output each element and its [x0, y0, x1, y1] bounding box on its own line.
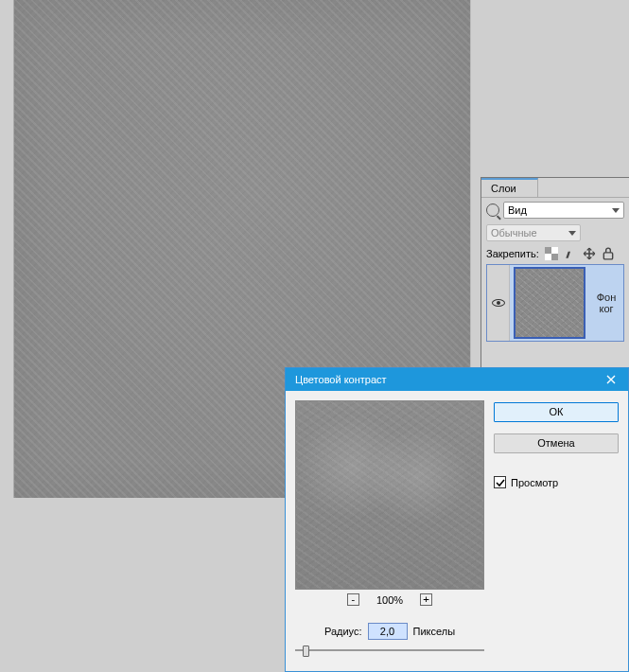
svg-rect-0 — [545, 247, 551, 254]
lock-label: Закрепить: — [486, 248, 539, 259]
dialog-titlebar[interactable]: Цветовой контраст — [286, 368, 628, 391]
blend-mode-select[interactable]: Обычные — [486, 224, 581, 241]
radius-input[interactable] — [368, 623, 408, 640]
cancel-button[interactable]: Отмена — [494, 433, 619, 453]
close-button[interactable] — [600, 370, 622, 389]
lock-transparency-icon[interactable] — [545, 247, 558, 260]
lock-pixels-icon[interactable] — [564, 247, 577, 260]
filter-type-value: Вид — [508, 204, 527, 216]
preview-checkbox[interactable] — [494, 476, 506, 488]
radius-unit: Пикселы — [413, 626, 456, 637]
filter-type-select[interactable]: Вид — [503, 202, 624, 219]
layer-row[interactable]: Фон ког — [486, 264, 624, 342]
blend-mode-value: Обычные — [491, 227, 537, 239]
filter-preview[interactable] — [295, 400, 484, 590]
chevron-down-icon — [568, 231, 576, 236]
chevron-down-icon — [612, 208, 620, 213]
layer-thumbnail[interactable] — [514, 267, 585, 339]
ok-button[interactable]: ОК — [494, 402, 619, 422]
layer-visibility-toggle[interactable] — [487, 265, 510, 341]
search-icon — [486, 203, 499, 217]
preview-checkbox-label: Просмотр — [511, 477, 558, 488]
layer-name[interactable]: Фон ког — [589, 292, 623, 314]
svg-rect-3 — [545, 254, 551, 260]
lock-row: Закрепить: — [486, 247, 624, 260]
radius-slider[interactable] — [295, 644, 484, 657]
dialog-title: Цветовой контраст — [295, 374, 387, 385]
slider-handle[interactable] — [303, 645, 309, 657]
radius-label: Радиус: — [324, 626, 362, 637]
high-pass-dialog: Цветовой контраст - 100% + Радиус: Пиксе… — [285, 367, 629, 672]
zoom-in-button[interactable]: + — [420, 593, 432, 606]
zoom-level: 100% — [376, 594, 403, 606]
zoom-out-button[interactable]: - — [347, 593, 359, 606]
eye-icon — [492, 299, 505, 307]
svg-rect-2 — [551, 247, 558, 254]
lock-all-icon[interactable] — [602, 247, 615, 260]
layers-panel: Слои Вид Обычные Закрепить: — [480, 177, 629, 369]
lock-position-icon[interactable] — [583, 247, 596, 260]
svg-rect-4 — [603, 253, 612, 259]
panel-tabbar: Слои — [481, 178, 629, 197]
svg-rect-1 — [551, 254, 558, 260]
tab-layers[interactable]: Слои — [481, 178, 538, 197]
preview-checkbox-row[interactable]: Просмотр — [494, 476, 619, 488]
